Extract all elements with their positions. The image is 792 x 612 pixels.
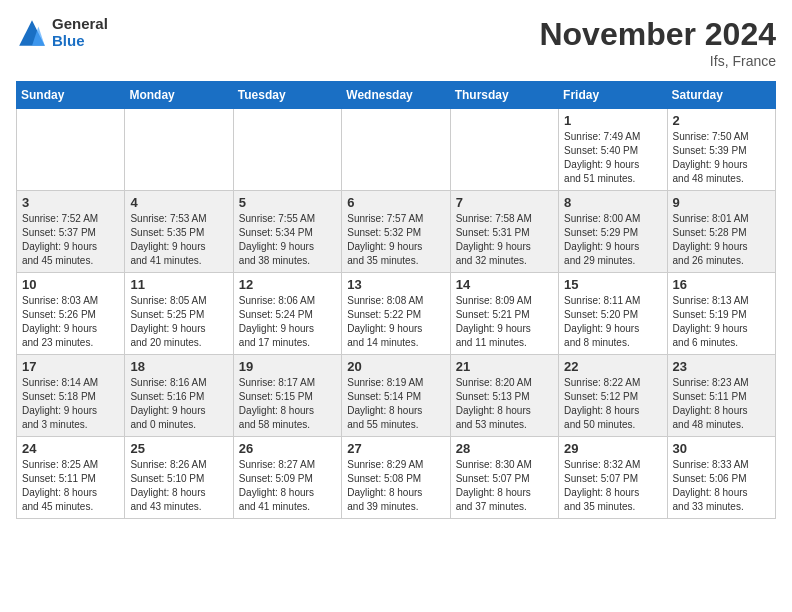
day-number: 27 [347,441,444,456]
month-title: November 2024 [539,16,776,53]
day-number: 17 [22,359,119,374]
weekday-header: Monday [125,82,233,109]
day-number: 12 [239,277,336,292]
weekday-header: Friday [559,82,667,109]
day-number: 25 [130,441,227,456]
day-info: Sunrise: 8:03 AM Sunset: 5:26 PM Dayligh… [22,294,119,350]
weekday-header: Saturday [667,82,775,109]
calendar-cell: 8Sunrise: 8:00 AM Sunset: 5:29 PM Daylig… [559,191,667,273]
day-number: 5 [239,195,336,210]
day-number: 30 [673,441,770,456]
day-info: Sunrise: 8:26 AM Sunset: 5:10 PM Dayligh… [130,458,227,514]
day-info: Sunrise: 8:23 AM Sunset: 5:11 PM Dayligh… [673,376,770,432]
day-info: Sunrise: 8:25 AM Sunset: 5:11 PM Dayligh… [22,458,119,514]
weekday-header: Thursday [450,82,558,109]
day-info: Sunrise: 7:53 AM Sunset: 5:35 PM Dayligh… [130,212,227,268]
day-info: Sunrise: 8:00 AM Sunset: 5:29 PM Dayligh… [564,212,661,268]
day-info: Sunrise: 8:06 AM Sunset: 5:24 PM Dayligh… [239,294,336,350]
day-info: Sunrise: 8:32 AM Sunset: 5:07 PM Dayligh… [564,458,661,514]
day-info: Sunrise: 8:14 AM Sunset: 5:18 PM Dayligh… [22,376,119,432]
day-number: 20 [347,359,444,374]
calendar-week-row: 1Sunrise: 7:49 AM Sunset: 5:40 PM Daylig… [17,109,776,191]
title-block: November 2024 Ifs, France [539,16,776,69]
calendar-cell [450,109,558,191]
calendar-header-row: SundayMondayTuesdayWednesdayThursdayFrid… [17,82,776,109]
calendar-week-row: 3Sunrise: 7:52 AM Sunset: 5:37 PM Daylig… [17,191,776,273]
calendar-cell: 18Sunrise: 8:16 AM Sunset: 5:16 PM Dayli… [125,355,233,437]
day-info: Sunrise: 8:33 AM Sunset: 5:06 PM Dayligh… [673,458,770,514]
calendar-cell: 6Sunrise: 7:57 AM Sunset: 5:32 PM Daylig… [342,191,450,273]
weekday-header: Sunday [17,82,125,109]
day-number: 9 [673,195,770,210]
day-info: Sunrise: 7:49 AM Sunset: 5:40 PM Dayligh… [564,130,661,186]
day-number: 14 [456,277,553,292]
day-number: 1 [564,113,661,128]
calendar-cell: 26Sunrise: 8:27 AM Sunset: 5:09 PM Dayli… [233,437,341,519]
day-info: Sunrise: 8:27 AM Sunset: 5:09 PM Dayligh… [239,458,336,514]
logo: General Blue [16,16,108,49]
day-info: Sunrise: 8:17 AM Sunset: 5:15 PM Dayligh… [239,376,336,432]
day-info: Sunrise: 7:55 AM Sunset: 5:34 PM Dayligh… [239,212,336,268]
calendar-week-row: 10Sunrise: 8:03 AM Sunset: 5:26 PM Dayli… [17,273,776,355]
weekday-header: Wednesday [342,82,450,109]
calendar-cell: 21Sunrise: 8:20 AM Sunset: 5:13 PM Dayli… [450,355,558,437]
calendar-cell [125,109,233,191]
day-number: 2 [673,113,770,128]
day-number: 4 [130,195,227,210]
day-info: Sunrise: 8:08 AM Sunset: 5:22 PM Dayligh… [347,294,444,350]
day-number: 19 [239,359,336,374]
calendar-cell: 12Sunrise: 8:06 AM Sunset: 5:24 PM Dayli… [233,273,341,355]
calendar-cell: 17Sunrise: 8:14 AM Sunset: 5:18 PM Dayli… [17,355,125,437]
calendar-cell: 11Sunrise: 8:05 AM Sunset: 5:25 PM Dayli… [125,273,233,355]
calendar-cell: 7Sunrise: 7:58 AM Sunset: 5:31 PM Daylig… [450,191,558,273]
day-info: Sunrise: 8:09 AM Sunset: 5:21 PM Dayligh… [456,294,553,350]
logo-blue-text: Blue [52,33,108,50]
day-info: Sunrise: 7:52 AM Sunset: 5:37 PM Dayligh… [22,212,119,268]
calendar-cell [342,109,450,191]
calendar-cell: 1Sunrise: 7:49 AM Sunset: 5:40 PM Daylig… [559,109,667,191]
calendar-cell: 2Sunrise: 7:50 AM Sunset: 5:39 PM Daylig… [667,109,775,191]
day-number: 7 [456,195,553,210]
day-number: 13 [347,277,444,292]
day-number: 8 [564,195,661,210]
day-number: 11 [130,277,227,292]
day-number: 6 [347,195,444,210]
calendar-week-row: 24Sunrise: 8:25 AM Sunset: 5:11 PM Dayli… [17,437,776,519]
day-number: 18 [130,359,227,374]
logo-text: General Blue [52,16,108,49]
calendar-cell: 20Sunrise: 8:19 AM Sunset: 5:14 PM Dayli… [342,355,450,437]
calendar-cell: 29Sunrise: 8:32 AM Sunset: 5:07 PM Dayli… [559,437,667,519]
day-number: 24 [22,441,119,456]
day-info: Sunrise: 8:05 AM Sunset: 5:25 PM Dayligh… [130,294,227,350]
calendar-cell: 4Sunrise: 7:53 AM Sunset: 5:35 PM Daylig… [125,191,233,273]
calendar-cell: 24Sunrise: 8:25 AM Sunset: 5:11 PM Dayli… [17,437,125,519]
calendar-cell: 28Sunrise: 8:30 AM Sunset: 5:07 PM Dayli… [450,437,558,519]
day-info: Sunrise: 8:20 AM Sunset: 5:13 PM Dayligh… [456,376,553,432]
logo-general-text: General [52,16,108,33]
calendar-cell [17,109,125,191]
day-number: 26 [239,441,336,456]
calendar-cell: 13Sunrise: 8:08 AM Sunset: 5:22 PM Dayli… [342,273,450,355]
calendar-table: SundayMondayTuesdayWednesdayThursdayFrid… [16,81,776,519]
day-number: 22 [564,359,661,374]
location: Ifs, France [539,53,776,69]
day-info: Sunrise: 7:57 AM Sunset: 5:32 PM Dayligh… [347,212,444,268]
day-info: Sunrise: 8:29 AM Sunset: 5:08 PM Dayligh… [347,458,444,514]
calendar-cell: 23Sunrise: 8:23 AM Sunset: 5:11 PM Dayli… [667,355,775,437]
calendar-cell: 10Sunrise: 8:03 AM Sunset: 5:26 PM Dayli… [17,273,125,355]
day-info: Sunrise: 8:19 AM Sunset: 5:14 PM Dayligh… [347,376,444,432]
calendar-cell: 25Sunrise: 8:26 AM Sunset: 5:10 PM Dayli… [125,437,233,519]
calendar-cell: 16Sunrise: 8:13 AM Sunset: 5:19 PM Dayli… [667,273,775,355]
day-number: 23 [673,359,770,374]
day-info: Sunrise: 7:58 AM Sunset: 5:31 PM Dayligh… [456,212,553,268]
day-number: 15 [564,277,661,292]
calendar-cell: 19Sunrise: 8:17 AM Sunset: 5:15 PM Dayli… [233,355,341,437]
calendar-week-row: 17Sunrise: 8:14 AM Sunset: 5:18 PM Dayli… [17,355,776,437]
day-info: Sunrise: 7:50 AM Sunset: 5:39 PM Dayligh… [673,130,770,186]
day-info: Sunrise: 8:16 AM Sunset: 5:16 PM Dayligh… [130,376,227,432]
day-info: Sunrise: 8:22 AM Sunset: 5:12 PM Dayligh… [564,376,661,432]
weekday-header: Tuesday [233,82,341,109]
day-number: 10 [22,277,119,292]
day-number: 29 [564,441,661,456]
calendar-cell: 15Sunrise: 8:11 AM Sunset: 5:20 PM Dayli… [559,273,667,355]
